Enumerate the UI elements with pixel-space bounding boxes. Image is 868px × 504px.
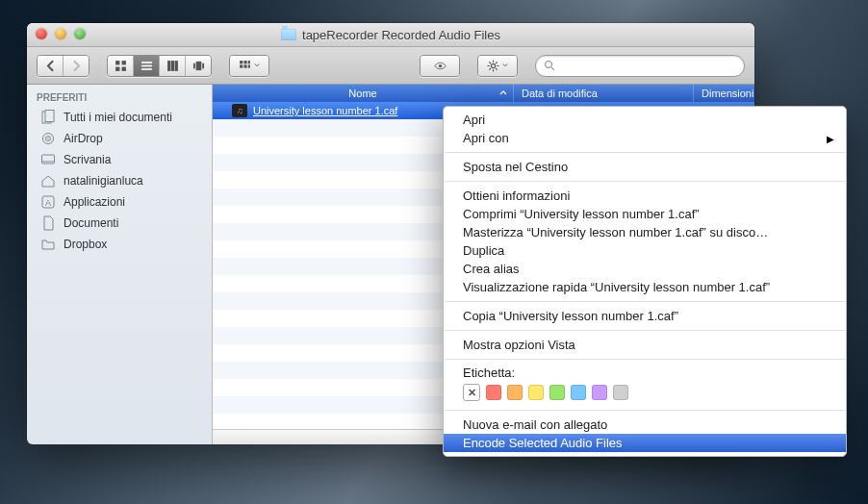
ctx-copy[interactable]: Copia “University lesson number 1.caf” [444, 307, 846, 325]
sidebar-item-all-docs[interactable]: Tutti i miei documenti [27, 107, 212, 128]
sidebar-item-airdrop[interactable]: AirDrop [27, 128, 212, 149]
view-columns-button[interactable] [160, 56, 186, 76]
chevron-right-icon [70, 60, 83, 72]
grid-small-icon [239, 60, 251, 72]
forward-button[interactable] [64, 56, 89, 76]
svg-rect-32 [45, 111, 54, 122]
sidebar: PREFERITI Tutti i miei documenti AirDrop… [27, 85, 213, 444]
label-color-swatch[interactable] [528, 385, 544, 400]
applications-icon: A [40, 194, 56, 210]
window-title: tapeRecorder Recorded Audio Files [302, 28, 500, 42]
eye-icon [434, 60, 447, 72]
zoom-window-button[interactable] [74, 28, 86, 39]
coverflow-icon [192, 60, 205, 72]
ctx-label-header: Etichetta: [444, 365, 846, 381]
ctx-separator [445, 410, 845, 411]
sidebar-item-label: Scrivania [64, 153, 111, 166]
all-docs-icon [40, 110, 56, 125]
label-color-swatch[interactable] [486, 385, 501, 400]
arrange-button[interactable] [230, 56, 268, 76]
sidebar-item-label: Documenti [64, 216, 118, 230]
search-field[interactable] [535, 55, 745, 77]
ctx-encode-audio[interactable]: Encode Selected Audio Files [444, 434, 846, 452]
toolbar [27, 47, 754, 85]
column-header-size[interactable]: Dimensioni [694, 85, 754, 102]
label-color-swatch[interactable] [592, 385, 607, 400]
svg-rect-0 [115, 61, 119, 64]
chevron-right-icon: ▶ [827, 133, 834, 143]
ctx-compress[interactable]: Comprimi “University lesson number 1.caf… [444, 205, 846, 223]
sidebar-header: PREFERITI [27, 85, 212, 107]
sidebar-item-dropbox[interactable]: Dropbox [27, 234, 212, 255]
label-color-swatch[interactable] [571, 385, 586, 400]
sidebar-item-label: natalinigianluca [64, 174, 143, 188]
list-icon [140, 60, 153, 72]
sidebar-item-home[interactable]: natalinigianluca [27, 170, 212, 191]
svg-rect-4 [141, 62, 152, 63]
svg-rect-36 [42, 155, 55, 164]
home-icon [40, 173, 56, 189]
svg-line-30 [551, 67, 554, 70]
svg-rect-9 [174, 61, 177, 71]
arrange-group [229, 55, 269, 77]
svg-rect-13 [240, 61, 243, 63]
ctx-email-attachment[interactable]: Nuova e-mail con allegato [444, 416, 846, 434]
column-header-date[interactable]: Data di modifica [514, 85, 694, 102]
sidebar-item-label: Dropbox [64, 238, 107, 251]
label-color-swatch[interactable] [549, 385, 565, 400]
airdrop-icon [40, 131, 56, 146]
svg-point-29 [546, 62, 552, 68]
titlebar[interactable]: tapeRecorder Recorded Audio Files [27, 23, 754, 47]
window-controls [36, 28, 86, 39]
minimize-window-button[interactable] [55, 28, 66, 39]
svg-rect-12 [202, 63, 204, 68]
ctx-separator [445, 330, 845, 331]
ctx-burn[interactable]: Masterizza “University lesson number 1.c… [444, 223, 846, 241]
quicklook-button[interactable] [421, 56, 459, 76]
label-clear-button[interactable]: ✕ [463, 384, 480, 401]
ctx-separator [445, 152, 845, 153]
svg-rect-5 [141, 64, 152, 66]
svg-rect-1 [121, 61, 125, 64]
svg-point-35 [47, 138, 49, 139]
ctx-open[interactable]: Apri [444, 111, 846, 129]
svg-point-19 [438, 63, 441, 66]
back-button[interactable] [38, 56, 64, 76]
nav-group [37, 55, 89, 77]
chevron-left-icon [44, 60, 57, 72]
view-coverflow-button[interactable] [186, 56, 211, 76]
sidebar-item-applications[interactable]: A Applicazioni [27, 191, 212, 213]
sidebar-item-label: Tutti i miei documenti [64, 111, 172, 124]
view-mode-group [107, 55, 212, 77]
label-color-swatch[interactable] [613, 385, 628, 400]
ctx-quicklook[interactable]: Visualizzazione rapida “University lesso… [444, 278, 846, 296]
svg-rect-10 [192, 63, 194, 68]
ctx-open-with[interactable]: Apri con ▶ [444, 129, 846, 147]
ctx-separator [445, 181, 845, 182]
view-list-button[interactable] [134, 56, 160, 76]
view-icons-button[interactable] [108, 56, 134, 76]
desktop-icon [40, 152, 56, 167]
ctx-trash[interactable]: Sposta nel Cestino [444, 158, 846, 176]
window-title-wrap: tapeRecorder Recorded Audio Files [281, 28, 500, 42]
column-header-name[interactable]: Nome [213, 85, 514, 102]
context-menu: Apri Apri con ▶ Sposta nel Cestino Ottie… [443, 106, 847, 457]
ctx-view-options[interactable]: Mostra opzioni Vista [444, 336, 846, 354]
ctx-get-info[interactable]: Ottieni informazioni [444, 187, 846, 205]
folder-icon [281, 29, 296, 40]
label-color-swatch[interactable] [507, 385, 523, 400]
sidebar-item-label: Applicazioni [64, 195, 125, 209]
audio-file-icon [232, 104, 247, 117]
svg-rect-14 [243, 61, 246, 63]
file-name: University lesson number 1.caf [253, 105, 397, 116]
ctx-duplicate[interactable]: Duplica [444, 241, 846, 260]
sidebar-item-desktop[interactable]: Scrivania [27, 149, 212, 170]
ctx-alias[interactable]: Crea alias [444, 260, 846, 278]
action-button[interactable] [478, 56, 517, 76]
close-window-button[interactable] [36, 28, 47, 39]
sidebar-item-documents[interactable]: Documenti [27, 213, 212, 234]
search-input[interactable] [559, 58, 736, 73]
sidebar-item-label: AirDrop [64, 132, 103, 145]
grid-icon [115, 60, 127, 72]
svg-rect-6 [141, 68, 152, 70]
